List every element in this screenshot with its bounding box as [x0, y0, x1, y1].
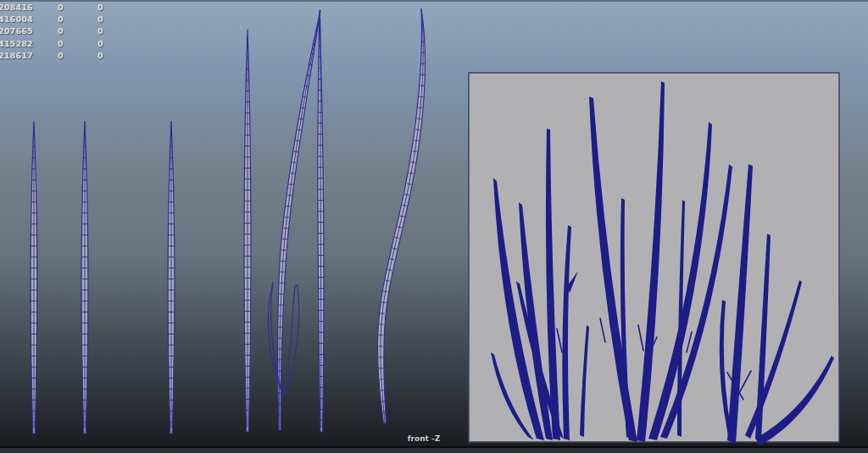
viewport-bottom-bar: [0, 448, 868, 453]
maya-viewport[interactable]: 208416 0 0 416004 0 0 207665 0 0 415282 …: [0, 0, 868, 453]
hud-poly-count: 208416 0 0 416004 0 0 207665 0 0 415282 …: [0, 2, 137, 62]
wireframe-grass-blade-2[interactable]: [81, 121, 87, 434]
wireframe-grass-blade-5[interactable]: [318, 10, 324, 432]
hud-value: 0: [58, 38, 97, 50]
wireframe-grass-blade-4[interactable]: [244, 30, 251, 432]
hud-value: 0: [58, 25, 97, 37]
image-plane[interactable]: [469, 73, 839, 445]
hud-value: 0: [97, 50, 137, 62]
hud-value: 207665: [0, 25, 58, 37]
hud-value: 0: [58, 14, 97, 25]
wireframe-grass-blade-7-scurve[interactable]: [377, 8, 425, 423]
wireframe-grass-blade-1[interactable]: [31, 121, 36, 434]
hud-row: 208416 0 0: [0, 2, 137, 14]
wireframe-grass-blade-6-curved[interactable]: [278, 10, 320, 430]
hud-value: 208416: [0, 2, 58, 14]
hud-value: 0: [97, 38, 137, 50]
hud-row: 415282 0 0: [0, 38, 137, 50]
hud-value: 0: [97, 14, 137, 25]
hud-value: 0: [97, 25, 137, 37]
hud-value: 218617: [0, 50, 58, 62]
wireframe-grass-blade-3[interactable]: [168, 121, 174, 434]
hud-value: 0: [58, 50, 97, 62]
hud-value: 415282: [0, 38, 58, 50]
hud-row: 416004 0 0: [0, 14, 137, 25]
hud-row: 218617 0 0: [0, 50, 137, 62]
hud-value: 0: [97, 2, 137, 14]
hud-row: 207665 0 0: [0, 25, 137, 37]
scene-canvas: [0, 0, 868, 453]
hud-value: 0: [58, 2, 97, 14]
camera-label: front -Z: [392, 434, 456, 443]
hud-value: 416004: [0, 14, 58, 25]
